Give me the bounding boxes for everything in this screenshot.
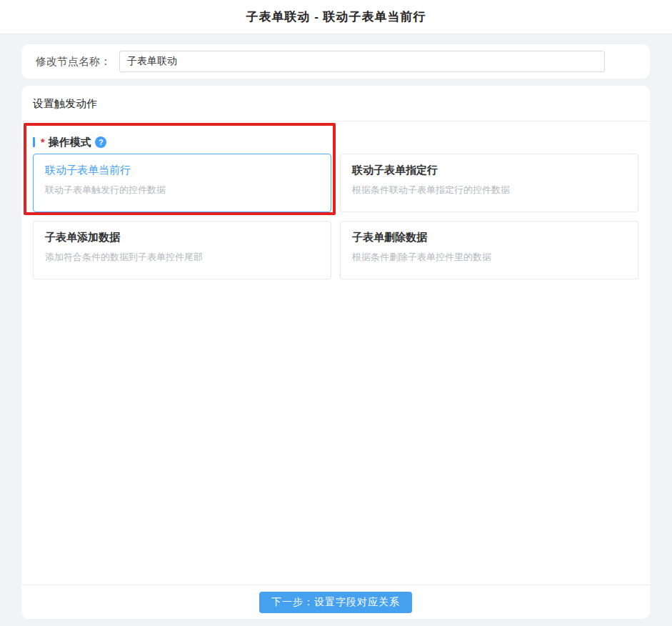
option-card-title: 子表单删除数据 [352,231,626,244]
mode-field-label-row: * 操作模式 ? [33,135,638,149]
trigger-action-panel: 设置触发动作 * 操作模式 ? 联动子表单当前行 联动子表单触发行的控件数据 联… [21,86,650,619]
section-body: * 操作模式 ? 联动子表单当前行 联动子表单触发行的控件数据 联动子表单指定行… [21,121,650,279]
node-name-label: 修改节点名称： [36,55,111,69]
option-card-desc: 根据条件删除子表单控件里的数据 [352,251,626,264]
panel-footer: 下一步：设置字段对应关系 [21,585,650,619]
page-title: 子表单联动 - 联动子表单当前行 [246,9,426,25]
page-header: 子表单联动 - 联动子表单当前行 [0,0,672,34]
option-card-desc: 根据条件联动子表单指定行的控件数据 [352,184,626,197]
next-step-button[interactable]: 下一步：设置字段对应关系 [259,592,412,613]
node-name-input[interactable] [119,51,605,72]
option-card-title: 联动子表单指定行 [352,164,626,177]
section-title: 设置触发动作 [21,86,650,121]
mode-options-grid: 联动子表单当前行 联动子表单触发行的控件数据 联动子表单指定行 根据条件联动子表… [33,154,638,279]
option-card-title: 联动子表单当前行 [45,164,319,177]
option-card-subform-add-data[interactable]: 子表单添加数据 添加符合条件的数据到子表单控件尾部 [33,221,331,279]
option-card-link-specified-row[interactable]: 联动子表单指定行 根据条件联动子表单指定行的控件数据 [340,154,638,212]
option-card-title: 子表单添加数据 [45,231,319,244]
option-card-subform-delete-data[interactable]: 子表单删除数据 根据条件删除子表单控件里的数据 [340,221,638,279]
required-asterisk: * [41,136,44,148]
option-card-desc: 添加符合条件的数据到子表单控件尾部 [45,251,319,264]
option-card-link-current-row[interactable]: 联动子表单当前行 联动子表单触发行的控件数据 [33,154,331,212]
accent-bar [33,137,35,147]
option-card-desc: 联动子表单触发行的控件数据 [45,184,319,197]
mode-field-label: 操作模式 [48,136,91,149]
question-circle-icon[interactable]: ? [95,136,106,148]
node-name-panel: 修改节点名称： [21,44,650,79]
